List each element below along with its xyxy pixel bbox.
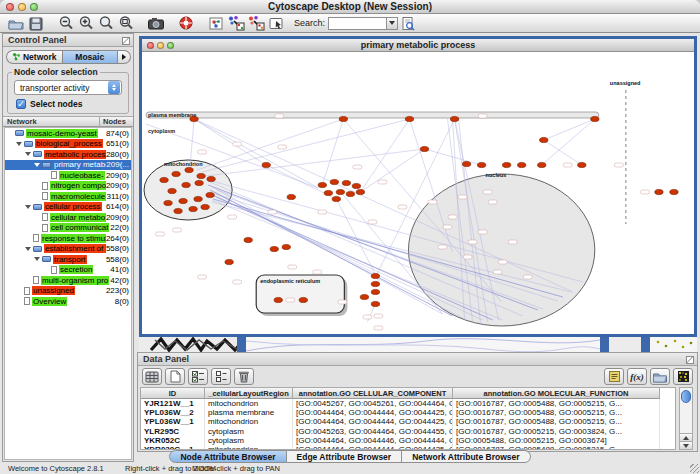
table-cell[interactable]: [GO:0016787, GO:0005488, GO:0005215, G..… bbox=[453, 417, 660, 426]
table-cell[interactable]: cytoplasm bbox=[205, 436, 293, 445]
graph-node[interactable] bbox=[578, 162, 586, 167]
zoom-selected-button[interactable] bbox=[96, 15, 116, 32]
tree-row[interactable]: cellular metabo209(0) bbox=[5, 212, 131, 223]
tree-row[interactable]: transport558(0) bbox=[5, 254, 131, 265]
node-color-dropdown[interactable]: transporter activity bbox=[14, 80, 122, 95]
graph-node[interactable] bbox=[346, 191, 354, 196]
tree-row[interactable]: cell communicat22(0) bbox=[5, 223, 131, 234]
attribute-select-button[interactable] bbox=[142, 368, 162, 385]
graph-node[interactable] bbox=[360, 294, 368, 299]
table-header-cell[interactable]: annotation.GO CELLULAR_COMPONENT bbox=[293, 388, 453, 399]
table-header-cell[interactable]: ID bbox=[141, 388, 205, 399]
background-window-edge[interactable] bbox=[600, 337, 609, 352]
graph-node[interactable] bbox=[420, 146, 428, 151]
background-window-edge[interactable] bbox=[641, 337, 650, 352]
graph-node[interactable] bbox=[462, 161, 470, 166]
graph-node[interactable] bbox=[179, 198, 187, 203]
graph-node[interactable] bbox=[206, 192, 214, 197]
table-cell[interactable]: YKR052C bbox=[141, 436, 205, 445]
select-attributes-button[interactable] bbox=[188, 368, 208, 385]
tab-overflow-button[interactable] bbox=[118, 50, 131, 64]
graph-node[interactable] bbox=[262, 162, 270, 167]
graph-node[interactable] bbox=[174, 208, 182, 213]
graph-node[interactable] bbox=[287, 194, 295, 199]
layout-button-1[interactable] bbox=[226, 15, 246, 32]
table-cell[interactable]: [GO:0044464, GO:0044444, GO:0044425, G..… bbox=[293, 408, 453, 417]
graph-node[interactable] bbox=[342, 180, 350, 185]
network-view-titlebar[interactable]: primary metabolic process bbox=[142, 39, 694, 52]
tree-row[interactable]: multi-organism pro42(0) bbox=[5, 275, 131, 286]
table-cell[interactable]: [GO:0045263, GO:0044464, GO:0044455, G..… bbox=[293, 427, 453, 436]
search-dropdown-button[interactable] bbox=[386, 17, 398, 30]
table-cell[interactable]: YLR295C bbox=[141, 427, 205, 436]
graph-node[interactable] bbox=[352, 183, 360, 188]
tree-row[interactable]: biological_process651(0) bbox=[5, 139, 131, 150]
table-cell[interactable]: mitochondrion bbox=[205, 417, 293, 426]
table-row[interactable]: YKR052Ccytoplasm[GO:0044464, GO:0044446,… bbox=[141, 436, 675, 445]
scroll-thumb[interactable] bbox=[681, 390, 691, 403]
table-cell[interactable]: plasma membrane bbox=[205, 408, 293, 417]
graph-node[interactable] bbox=[282, 244, 290, 249]
expander-icon[interactable] bbox=[25, 247, 31, 251]
background-window-edge[interactable] bbox=[237, 337, 246, 352]
graph-node[interactable] bbox=[197, 173, 205, 178]
graph-node[interactable] bbox=[405, 116, 413, 121]
matrix-view-button[interactable] bbox=[673, 368, 693, 385]
graph-node[interactable] bbox=[182, 182, 190, 187]
graph-node[interactable] bbox=[299, 297, 307, 302]
select-nodes-checkbox[interactable]: ✓ bbox=[16, 99, 26, 109]
notes-button[interactable] bbox=[604, 368, 624, 385]
table-cell[interactable]: [GO:0044464, GO:0044444, GO:0044425, G..… bbox=[293, 417, 453, 426]
tree-row[interactable]: nitrogen compo209(0) bbox=[5, 181, 131, 192]
graph-node[interactable] bbox=[190, 116, 198, 121]
graph-node[interactable] bbox=[189, 206, 197, 211]
zoom-out-button[interactable] bbox=[56, 15, 76, 32]
tab-mosaic[interactable]: Mosaic bbox=[62, 50, 119, 64]
table-cell[interactable]: YPL036W__1 bbox=[141, 417, 205, 426]
expander-icon[interactable] bbox=[34, 257, 40, 261]
table-cell[interactable]: [GO:0044464, GO:0044446, GO:0044444, G..… bbox=[293, 436, 453, 445]
graph-node[interactable] bbox=[244, 237, 252, 242]
tab-network[interactable]: Network bbox=[6, 50, 62, 64]
graph-node[interactable] bbox=[225, 259, 233, 264]
table-row[interactable]: YLR295Ccytoplasm[GO:0045263, GO:0044464,… bbox=[141, 427, 675, 436]
graph-node[interactable] bbox=[332, 196, 340, 201]
graph-node[interactable] bbox=[185, 167, 193, 172]
graph-node[interactable] bbox=[670, 189, 678, 194]
graph-node[interactable] bbox=[164, 200, 172, 205]
graph-node[interactable] bbox=[371, 281, 379, 286]
graph-node[interactable] bbox=[371, 289, 379, 294]
vizmapper-button[interactable] bbox=[206, 15, 226, 32]
table-row[interactable]: YJR121W__1mitochondrion[GO:0045267, GO:0… bbox=[141, 399, 675, 408]
tree-row[interactable]: establishment of lo558(0) bbox=[5, 244, 131, 255]
table-cell[interactable]: [GO:0005488, GO:0005215, GO:0003674] bbox=[453, 436, 660, 445]
table-header-cell[interactable]: _cellularLayoutRegion bbox=[205, 388, 293, 399]
graph-node[interactable] bbox=[538, 162, 546, 167]
graph-node[interactable] bbox=[201, 204, 209, 209]
graph-node[interactable] bbox=[194, 196, 202, 201]
save-session-button[interactable] bbox=[26, 15, 46, 32]
graph-node[interactable] bbox=[655, 189, 663, 194]
tab-node-attribute-browser[interactable]: Node Attribute Browser bbox=[169, 450, 286, 463]
resize-grip[interactable] bbox=[690, 464, 699, 473]
tree-header-network[interactable]: Network bbox=[3, 117, 99, 126]
tree-row[interactable]: nucleobase-209(0) bbox=[5, 170, 131, 181]
tree-row[interactable]: unassigned223(0) bbox=[5, 286, 131, 297]
network-canvas[interactable]: plasma membrane cytoplasm mitochondrion … bbox=[142, 52, 694, 334]
tree-row[interactable]: primary metabo209(... bbox=[5, 160, 131, 171]
import-attributes-button[interactable] bbox=[650, 368, 670, 385]
graph-node[interactable] bbox=[270, 246, 278, 251]
help-button[interactable] bbox=[176, 15, 196, 32]
enhanced-search-button[interactable] bbox=[398, 15, 418, 32]
tab-edge-attribute-browser[interactable]: Edge Attribute Browser bbox=[287, 450, 403, 463]
graph-node[interactable] bbox=[330, 179, 338, 184]
graph-node[interactable] bbox=[517, 162, 525, 167]
graph-node[interactable] bbox=[540, 137, 548, 142]
graph-node[interactable] bbox=[371, 301, 379, 306]
tree-row[interactable]: secretion41(0) bbox=[5, 265, 131, 276]
table-row[interactable]: YPL036W__1mitochondrion[GO:0044464, GO:0… bbox=[141, 417, 675, 426]
table-cell[interactable]: [GO:0016787, GO:0005215, GO:0003824, G..… bbox=[453, 427, 660, 436]
table-cell[interactable]: YJR121W__1 bbox=[141, 399, 205, 408]
graph-node[interactable] bbox=[502, 162, 510, 167]
tree-row[interactable]: mosaic-demo-yeast874(0) bbox=[5, 128, 131, 139]
